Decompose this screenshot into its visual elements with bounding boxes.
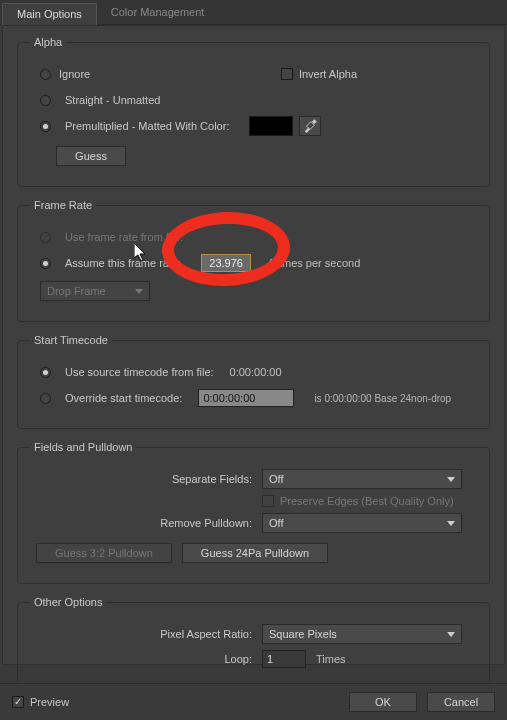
tab-main-options[interactable]: Main Options [2, 3, 97, 25]
loop-input[interactable] [262, 650, 306, 668]
frame-rate-section: Frame Rate Use frame rate from file: Ass… [17, 199, 490, 322]
use-file-fr-radio [40, 232, 51, 243]
preview-checkbox[interactable] [12, 696, 24, 708]
use-source-tc-value: 0:00:00:00 [230, 366, 282, 378]
dialog-footer: Preview OK Cancel [0, 683, 507, 720]
override-tc-label[interactable]: Override start timecode: [65, 392, 182, 404]
alpha-straight-label[interactable]: Straight - Unmatted [65, 94, 160, 106]
tab-color-management[interactable]: Color Management [97, 2, 219, 24]
eyedropper-icon [303, 119, 317, 133]
alpha-premult-radio[interactable] [40, 121, 51, 132]
alpha-legend: Alpha [30, 36, 66, 48]
assume-fr-label[interactable]: Assume this frame rate: [65, 257, 181, 269]
frame-rate-input[interactable] [201, 254, 251, 272]
preserve-edges-checkbox [262, 495, 274, 507]
tab-bar: Main Options Color Management [0, 0, 507, 25]
ok-button[interactable]: OK [349, 692, 417, 712]
guess-32-pulldown-button: Guess 3:2 Pulldown [36, 543, 172, 563]
use-file-fr-label: Use frame rate from file: [65, 231, 183, 243]
fields-pulldown-section: Fields and Pulldown Separate Fields: Off… [17, 441, 490, 584]
alpha-straight-radio[interactable] [40, 95, 51, 106]
override-tc-radio[interactable] [40, 393, 51, 404]
use-source-tc-radio[interactable] [40, 367, 51, 378]
main-options-panel: Alpha Ignore Invert Alpha Straight - Unm… [2, 25, 505, 665]
invert-alpha-label[interactable]: Invert Alpha [299, 68, 357, 80]
par-dropdown[interactable]: Square Pixels [262, 624, 462, 644]
eyedropper-button[interactable] [299, 116, 321, 136]
frame-rate-legend: Frame Rate [30, 199, 96, 211]
alpha-ignore-radio[interactable] [40, 69, 51, 80]
remove-pulldown-value: Off [269, 517, 283, 529]
invert-alpha-checkbox[interactable] [281, 68, 293, 80]
other-options-legend: Other Options [30, 596, 106, 608]
use-source-tc-label[interactable]: Use source timecode from file: [65, 366, 214, 378]
alpha-section: Alpha Ignore Invert Alpha Straight - Unm… [17, 36, 490, 187]
loop-suffix: Times [316, 653, 346, 665]
guess-button[interactable]: Guess [56, 146, 126, 166]
fields-pulldown-legend: Fields and Pulldown [30, 441, 136, 453]
chevron-down-icon [447, 477, 455, 482]
drop-frame-dropdown: Drop Frame [40, 281, 150, 301]
alpha-premult-label[interactable]: Premultiplied - Matted With Color: [65, 120, 229, 132]
override-tc-info: is 0:00:00:00 Base 24non-drop [314, 393, 451, 404]
chevron-down-icon [447, 632, 455, 637]
loop-label: Loop: [30, 653, 252, 665]
remove-pulldown-label: Remove Pulldown: [30, 517, 252, 529]
preserve-edges-label: Preserve Edges (Best Quality Only) [280, 495, 454, 507]
chevron-down-icon [447, 521, 455, 526]
drop-frame-value: Drop Frame [47, 285, 106, 297]
start-timecode-legend: Start Timecode [30, 334, 112, 346]
par-value: Square Pixels [269, 628, 337, 640]
remove-pulldown-dropdown[interactable]: Off [262, 513, 462, 533]
other-options-section: Other Options Pixel Aspect Ratio: Square… [17, 596, 490, 689]
separate-fields-dropdown[interactable]: Off [262, 469, 462, 489]
cancel-button[interactable]: Cancel [427, 692, 495, 712]
alpha-ignore-label[interactable]: Ignore [59, 68, 90, 80]
separate-fields-label: Separate Fields: [30, 473, 252, 485]
assume-fr-radio[interactable] [40, 258, 51, 269]
separate-fields-value: Off [269, 473, 283, 485]
chevron-down-icon [135, 289, 143, 294]
matte-color-swatch[interactable] [249, 116, 293, 136]
preview-label[interactable]: Preview [30, 696, 69, 708]
override-tc-input[interactable] [198, 389, 294, 407]
par-label: Pixel Aspect Ratio: [30, 628, 252, 640]
guess-24pa-pulldown-button[interactable]: Guess 24Pa Pulldown [182, 543, 328, 563]
fps-suffix: frames per second [269, 257, 360, 269]
start-timecode-section: Start Timecode Use source timecode from … [17, 334, 490, 429]
